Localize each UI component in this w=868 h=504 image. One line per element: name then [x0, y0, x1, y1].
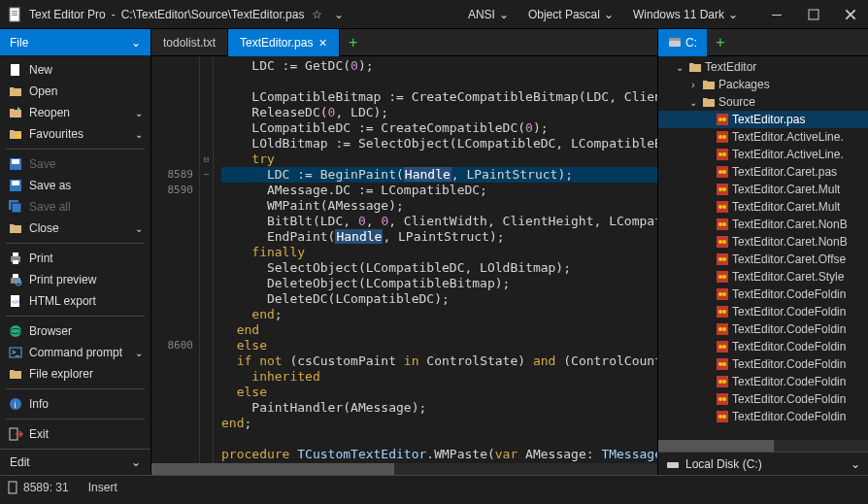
drive-tab-label: C: — [685, 36, 697, 50]
pas-file-icon — [715, 235, 730, 249]
svg-point-43 — [718, 187, 722, 191]
chevron-down-icon: ⌄ — [851, 457, 860, 471]
code-view[interactable]: 8589859086008610 ⊟─⊟─ LDC := GetDC(0); L… — [151, 56, 657, 463]
menu-item-print[interactable]: Print — [0, 248, 150, 269]
menu-item-explorer[interactable]: File explorer — [0, 363, 150, 385]
svg-text:>_: >_ — [12, 349, 19, 356]
maximize-button[interactable] — [804, 5, 823, 24]
chevron-down-icon: ⌄ — [135, 108, 143, 118]
menu-item-saveas[interactable]: Save as — [0, 175, 150, 196]
tree-file[interactable]: TextEditor.CodeFoldin — [658, 390, 868, 408]
svg-text:i: i — [15, 400, 17, 410]
tree-hscrollbar[interactable] — [658, 440, 868, 452]
tree-file[interactable]: TextEditor.CodeFoldin — [658, 408, 868, 425]
tree-file[interactable]: TextEditor.Caret.pas — [658, 163, 868, 181]
tree-expand-icon[interactable]: › — [687, 80, 699, 90]
add-drive-tab-button[interactable]: + — [707, 34, 734, 51]
tree-file[interactable]: TextEditor.CodeFoldin — [658, 286, 868, 303]
file-tree[interactable]: ⌄TextEditor›Packages⌄SourceTextEditor.pa… — [658, 56, 868, 440]
pas-file-icon — [715, 165, 730, 179]
htmlexport-icon: </> — [8, 293, 23, 309]
chevron-down-icon: ⌄ — [135, 223, 143, 234]
edit-menu-header[interactable]: Edit ⌄ — [0, 450, 150, 475]
drive-selector[interactable]: Local Disk (C:) ⌄ — [658, 452, 868, 475]
drive-icon — [668, 37, 682, 49]
tree-expand-icon[interactable]: ⌄ — [687, 97, 699, 108]
status-mode[interactable]: Insert — [88, 481, 117, 494]
star-icon[interactable]: ☆ — [312, 8, 322, 21]
svg-point-49 — [718, 222, 722, 226]
drive-footer-label: Local Disk (C:) — [685, 457, 762, 471]
editor-tab[interactable]: todolist.txt — [151, 29, 228, 56]
code-content[interactable]: LDC := GetDC(0); LCompatibleBitmap := Cr… — [214, 56, 657, 463]
menu-item-close[interactable]: Close⌄ — [0, 218, 150, 239]
printpreview-icon — [8, 272, 23, 287]
tree-folder[interactable]: ›Packages — [658, 76, 868, 93]
encoding-combo[interactable]: ANSI⌄ — [468, 8, 509, 21]
tree-file[interactable]: TextEditor.Caret.Mult — [658, 181, 868, 198]
print-icon — [8, 251, 23, 266]
tree-file[interactable]: TextEditor.CodeFoldin — [658, 303, 868, 320]
svg-rect-14 — [13, 252, 18, 256]
tree-file[interactable]: TextEditor.pas — [658, 111, 868, 128]
tree-file[interactable]: TextEditor.Caret.NonB — [658, 233, 868, 251]
svg-point-62 — [722, 292, 726, 296]
saveall-icon — [8, 199, 23, 215]
chevron-down-icon: ⌄ — [131, 455, 141, 469]
svg-point-77 — [722, 380, 726, 384]
svg-point-73 — [718, 362, 722, 366]
menu-item-new[interactable]: New — [0, 59, 150, 81]
folder-icon — [701, 78, 717, 91]
file-menu-header[interactable]: File ⌄ — [0, 29, 150, 55]
menu-item-printpreview[interactable]: Print preview — [0, 269, 150, 290]
file-menu-label: File — [10, 36, 28, 50]
close-tab-icon[interactable]: × — [318, 35, 326, 50]
svg-rect-85 — [9, 482, 17, 493]
svg-rect-6 — [11, 64, 19, 76]
close-button[interactable] — [841, 5, 860, 24]
tree-file[interactable]: TextEditor.Caret.Mult — [658, 198, 868, 216]
menu-item-browser[interactable]: Browser — [0, 320, 150, 342]
pas-file-icon — [715, 218, 730, 231]
menu-item-htmlexport[interactable]: </>HTML export — [0, 290, 150, 312]
svg-point-80 — [722, 397, 726, 401]
menu-item-info[interactable]: iInfo — [0, 393, 150, 415]
fold-column[interactable]: ⊟─⊟─ — [200, 56, 214, 463]
tree-file[interactable]: TextEditor.Caret.Style — [658, 268, 868, 286]
tree-folder[interactable]: ⌄TextEditor — [658, 58, 868, 76]
menu-item-exit[interactable]: Exit — [0, 423, 150, 445]
tree-file[interactable]: TextEditor.CodeFoldin — [658, 355, 868, 373]
menu-item-favourites[interactable]: Favourites⌄ — [0, 123, 150, 145]
tree-file[interactable]: TextEditor.CodeFoldin — [658, 320, 868, 338]
tree-file[interactable]: TextEditor.ActiveLine. — [658, 146, 868, 163]
language-combo[interactable]: Object Pascal⌄ — [528, 8, 614, 21]
tree-file[interactable]: TextEditor.Caret.Offse — [658, 251, 868, 268]
editor-area: todolist.txtTextEditor.pas× + 8589859086… — [151, 29, 657, 475]
editor-tab[interactable]: TextEditor.pas× — [228, 29, 340, 56]
svg-point-82 — [718, 415, 722, 419]
svg-point-50 — [722, 222, 726, 226]
tree-file[interactable]: TextEditor.CodeFoldin — [658, 373, 868, 390]
menu-item-reopen[interactable]: Reopen⌄ — [0, 102, 150, 123]
tree-expand-icon[interactable]: ⌄ — [674, 62, 685, 73]
pas-file-icon — [715, 113, 730, 126]
svg-point-83 — [722, 415, 726, 419]
pas-file-icon — [715, 148, 730, 161]
theme-combo[interactable]: Windows 11 Dark⌄ — [633, 8, 738, 21]
svg-rect-12 — [12, 203, 21, 213]
menu-item-open[interactable]: Open — [0, 81, 150, 102]
minimize-button[interactable] — [767, 5, 786, 24]
title-dropdown-icon[interactable]: ⌄ — [334, 8, 344, 21]
drive-tab[interactable]: C: — [658, 29, 707, 56]
tree-folder[interactable]: ⌄Source — [658, 93, 868, 111]
editor-hscrollbar[interactable] — [151, 463, 657, 475]
menu-item-saveall: Save all — [0, 196, 150, 218]
tree-file[interactable]: TextEditor.ActiveLine. — [658, 128, 868, 146]
add-tab-button[interactable]: + — [340, 34, 367, 51]
tree-file[interactable]: TextEditor.CodeFoldin — [658, 338, 868, 355]
folder-icon — [687, 60, 703, 74]
tree-file[interactable]: TextEditor.Caret.NonB — [658, 216, 868, 233]
menu-item-cmd[interactable]: >_Command prompt⌄ — [0, 342, 150, 363]
svg-point-47 — [722, 205, 726, 209]
svg-point-68 — [722, 327, 726, 331]
